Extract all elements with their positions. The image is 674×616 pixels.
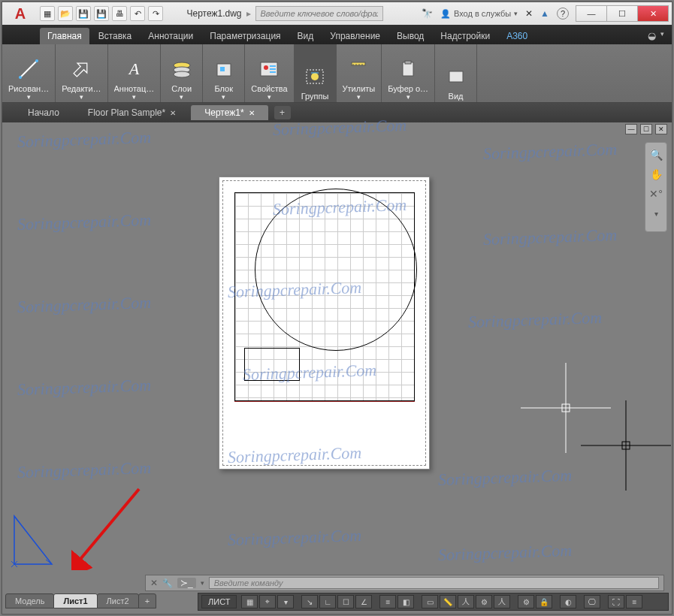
layout-tab-sheet2[interactable]: Лист2 (97, 593, 139, 608)
ribbon-tab-a360[interactable]: A360 (499, 28, 535, 44)
workspace-icon[interactable]: ⚙ (518, 595, 534, 608)
ribbon-tab-insert[interactable]: Вставка (91, 28, 140, 44)
snap-drop-icon[interactable]: ▾ (277, 595, 294, 608)
ribbon-tab-home[interactable]: Главная (40, 28, 89, 44)
doctab-start[interactable]: Начало (14, 105, 73, 120)
ribbon-tab-addins[interactable]: Надстройки (433, 28, 497, 44)
nav-more-icon[interactable]: ▾ (648, 206, 663, 221)
panel-properties[interactable]: Свойства▾ (245, 44, 294, 102)
drawing-rect (244, 348, 300, 381)
ribbon-focus-icon[interactable]: ◒ (648, 30, 656, 41)
command-bar: ✕ 🔧 ≻_ ▾ (145, 575, 664, 591)
cmd-customize-icon[interactable]: 🔧 (162, 578, 173, 588)
qat-print-icon[interactable]: 🖶 (112, 6, 127, 21)
exchange-icon[interactable]: ✕ (525, 8, 533, 19)
close-icon[interactable]: ✕ (170, 109, 176, 117)
binoculars-icon[interactable]: 🔭 (422, 8, 433, 19)
title-bar: A ▦ 📂 💾 💾 🖶 ↶ ↷ Чертеж1.dwg ▸ 🔭 👤 Вход в… (2, 2, 672, 25)
viewport-max-button[interactable]: ☐ (640, 124, 652, 134)
otrack-icon[interactable]: ∠ (355, 595, 372, 608)
panel-annotation[interactable]: AАннотац…▾ (108, 44, 162, 102)
add-doc-button[interactable]: + (274, 106, 291, 119)
ortho-icon[interactable]: ∟ (319, 595, 336, 608)
cleanscreen-icon[interactable]: ⛶ (608, 595, 624, 608)
snap-icon[interactable]: ⌖ (259, 595, 276, 608)
ribbon-tab-annotate[interactable]: Аннотации (141, 28, 201, 44)
qat-saveas-icon[interactable]: 💾 (94, 6, 109, 21)
paper-sheet (219, 177, 430, 470)
qat-save-icon[interactable]: 💾 (76, 6, 91, 21)
customize-icon[interactable]: ≡ (626, 595, 642, 608)
ribbon: Рисован…▾ Редакти…▾ AАннотац…▾ Слои▾ Бло… (2, 44, 672, 103)
app-logo[interactable]: A (7, 2, 34, 25)
panel-draw[interactable]: Рисован…▾ (2, 44, 56, 102)
svg-line-0 (20, 61, 37, 77)
panel-clipboard[interactable]: Буфер о…▾ (382, 44, 435, 102)
autodesk-icon[interactable]: ▲ (540, 8, 549, 19)
anno-scale-icon[interactable]: 人 (494, 595, 510, 608)
hardware-icon[interactable]: 🖵 (584, 595, 600, 608)
anno-auto-icon[interactable]: ⚙ (476, 595, 492, 608)
layout-add-button[interactable]: + (138, 593, 156, 608)
svg-rect-21 (405, 61, 411, 64)
panel-modify[interactable]: Редакти…▾ (56, 44, 107, 102)
svg-rect-10 (270, 65, 276, 67)
doctab-floorplan[interactable]: Floor Plan Sample*✕ (74, 105, 189, 120)
ribbon-tab-output[interactable]: Вывод (389, 28, 431, 44)
polar-icon[interactable]: ↘ (301, 595, 318, 608)
command-input[interactable] (209, 577, 659, 589)
svg-line-30 (14, 516, 19, 522)
close-icon[interactable]: ✕ (249, 109, 255, 117)
status-mode[interactable]: ЛИСТ (201, 595, 237, 608)
zoom-extents-icon[interactable]: 🔍 (648, 147, 663, 162)
qat-open-icon[interactable]: 📂 (58, 6, 73, 21)
osnap-icon[interactable]: ☐ (337, 595, 354, 608)
panel-view[interactable]: Вид (435, 44, 477, 102)
scale-icon[interactable]: 📏 (440, 595, 456, 608)
watermark: Soringpcrepair.Com (228, 526, 362, 550)
ribbon-tab-view[interactable]: Вид (290, 28, 322, 44)
svg-point-14 (311, 73, 319, 80)
panel-block[interactable]: Блок▾ (203, 44, 245, 102)
transparency-icon[interactable]: ◧ (397, 595, 414, 608)
ribbon-tab-parametric[interactable]: Параметризация (202, 28, 288, 44)
signin-button[interactable]: 👤 Вход в службы ▾ (440, 9, 518, 19)
watermark: Soringpcrepair.Com (483, 140, 618, 164)
isolate-icon[interactable]: ◐ (560, 595, 576, 608)
window-controls: — ☐ ✕ (576, 5, 669, 22)
selection-icon[interactable]: ▭ (422, 595, 438, 608)
grid-icon[interactable]: ▦ (241, 595, 258, 608)
qat-redo-icon[interactable]: ↷ (148, 6, 163, 21)
watermark: Soringpcrepair.Com (17, 128, 152, 152)
panel-layers[interactable]: Слои▾ (161, 44, 203, 102)
svg-rect-7 (220, 67, 225, 71)
lock-ui-icon[interactable]: 🔒 (536, 595, 552, 608)
lineweight-icon[interactable]: ≡ (379, 595, 396, 608)
keyword-search-input[interactable] (255, 6, 383, 21)
cmd-close-icon[interactable]: ✕ (150, 578, 158, 588)
svg-rect-28 (622, 442, 630, 449)
orbit-icon[interactable]: ✕° (648, 186, 663, 201)
layout-tab-sheet1[interactable]: Лист1 (53, 593, 97, 608)
viewport-min-button[interactable]: — (625, 124, 637, 134)
qat-new-icon[interactable]: ▦ (40, 6, 55, 21)
help-icon[interactable]: ? (557, 8, 569, 20)
layout-tab-model[interactable]: Модель (5, 593, 54, 608)
svg-point-2 (35, 59, 38, 62)
doctab-current[interactable]: Чертеж1*✕ (191, 105, 267, 120)
close-button[interactable]: ✕ (637, 5, 669, 22)
pan-icon[interactable]: ✋ (648, 167, 663, 182)
viewport-close-button[interactable]: ✕ (655, 124, 667, 134)
qat-undo-icon[interactable]: ↶ (130, 6, 145, 21)
ribbon-tab-manage[interactable]: Управление (322, 28, 388, 44)
anno-vis-icon[interactable]: 人 (458, 595, 474, 608)
minimize-button[interactable]: — (576, 5, 607, 22)
svg-rect-20 (403, 62, 413, 76)
quick-access-toolbar: ▦ 📂 💾 💾 🖶 ↶ ↷ (40, 6, 163, 21)
annotation-arrow (71, 488, 147, 570)
panel-groups[interactable]: Группы (295, 44, 337, 102)
watermark: Soringpcrepair.Com (17, 210, 152, 234)
panel-utilities[interactable]: Утилиты▾ (337, 44, 382, 102)
watermark: Soringpcrepair.Com (17, 293, 152, 317)
maximize-button[interactable]: ☐ (606, 5, 638, 22)
